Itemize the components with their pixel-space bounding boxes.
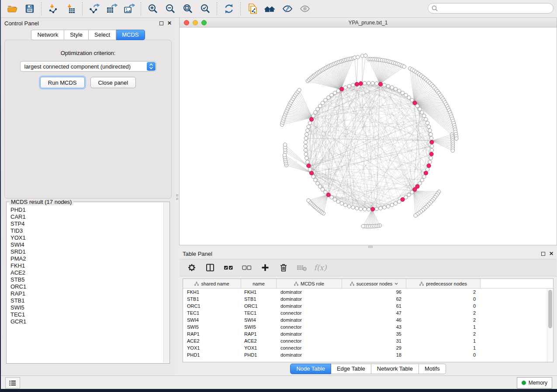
graph-node[interactable] bbox=[401, 91, 404, 95]
graph-node[interactable] bbox=[304, 148, 307, 152]
table-scrollbar[interactable] bbox=[547, 289, 553, 362]
graph-node[interactable] bbox=[318, 104, 322, 108]
clone-network-icon[interactable] bbox=[247, 3, 258, 14]
splitter-grip[interactable] bbox=[368, 246, 373, 248]
graph-mcds-node[interactable] bbox=[340, 87, 344, 91]
network-graph[interactable] bbox=[180, 28, 557, 245]
graph-node[interactable] bbox=[340, 202, 343, 205]
graph-node[interactable] bbox=[321, 101, 324, 105]
show-column-panel-icon[interactable] bbox=[205, 262, 215, 273]
column-header-predecessor-nodes[interactable]: predecessor nodes bbox=[406, 279, 481, 288]
table-row[interactable]: TEC1TEC1connector472 bbox=[183, 309, 553, 316]
zoom-out-icon[interactable] bbox=[165, 3, 176, 14]
graph-mcds-node[interactable] bbox=[401, 197, 405, 201]
graph-leaf-node[interactable] bbox=[402, 65, 406, 68]
table-options-gear-icon[interactable] bbox=[187, 262, 197, 273]
graph-node[interactable] bbox=[333, 91, 336, 95]
export-table-icon[interactable] bbox=[106, 3, 118, 14]
zoom-in-icon[interactable] bbox=[147, 3, 159, 14]
save-session-icon[interactable] bbox=[24, 3, 35, 14]
list-item[interactable]: FKH1 bbox=[10, 262, 163, 269]
graph-node[interactable] bbox=[314, 110, 317, 114]
graph-node[interactable] bbox=[430, 144, 433, 148]
graph-node[interactable] bbox=[429, 137, 433, 140]
graph-node[interactable] bbox=[394, 87, 397, 91]
graph-node[interactable] bbox=[363, 81, 367, 85]
graph-node[interactable] bbox=[379, 206, 382, 210]
graph-node[interactable] bbox=[394, 202, 397, 205]
deselect-all-icon[interactable] bbox=[242, 262, 252, 273]
graph-node[interactable] bbox=[308, 121, 311, 124]
graph-node[interactable] bbox=[347, 204, 351, 208]
refresh-icon[interactable] bbox=[223, 3, 235, 14]
graph-mcds-node[interactable] bbox=[424, 171, 428, 175]
graph-node[interactable] bbox=[415, 104, 419, 108]
graph-node[interactable] bbox=[390, 86, 394, 89]
graph-node[interactable] bbox=[327, 96, 330, 99]
graph-node[interactable] bbox=[398, 200, 401, 203]
graph-node[interactable] bbox=[390, 203, 394, 206]
graph-node[interactable] bbox=[398, 89, 401, 93]
select-all-icon[interactable] bbox=[223, 262, 234, 273]
graph-node[interactable] bbox=[429, 133, 432, 136]
table-row[interactable]: PHD1PHD1dominator180 bbox=[183, 351, 553, 358]
graph-node[interactable] bbox=[355, 206, 359, 210]
table-row[interactable]: ORC1ORC1dominator610 bbox=[183, 303, 553, 309]
graph-node[interactable] bbox=[324, 98, 327, 102]
graph-node[interactable] bbox=[321, 188, 324, 191]
graph-node[interactable] bbox=[306, 129, 309, 132]
graph-node[interactable] bbox=[426, 121, 429, 124]
import-table-icon[interactable] bbox=[65, 3, 76, 14]
graph-node[interactable] bbox=[304, 152, 308, 156]
export-image-icon[interactable] bbox=[124, 3, 135, 14]
graph-node[interactable] bbox=[420, 110, 424, 114]
graph-leaf-node[interactable] bbox=[307, 199, 310, 202]
graph-leaf-node[interactable] bbox=[298, 88, 301, 92]
search-input[interactable] bbox=[440, 5, 550, 12]
tab-style[interactable]: Style bbox=[64, 30, 89, 40]
list-item[interactable]: STB1 bbox=[10, 297, 163, 304]
show-all-icon[interactable] bbox=[299, 3, 311, 14]
graph-node[interactable] bbox=[422, 175, 426, 178]
column-header-name[interactable]: name bbox=[241, 279, 277, 288]
tab-motifs[interactable]: Motifs bbox=[419, 364, 446, 374]
criterion-dropdown[interactable]: largest connected component (undirected) bbox=[20, 61, 156, 72]
graph-node[interactable] bbox=[351, 83, 355, 87]
list-item[interactable]: SRD1 bbox=[10, 248, 163, 255]
graph-mcds-node[interactable] bbox=[355, 82, 359, 86]
graph-node[interactable] bbox=[383, 206, 386, 209]
graph-leaf-node[interactable] bbox=[455, 137, 458, 140]
import-network-icon[interactable] bbox=[48, 3, 59, 14]
export-network-icon[interactable] bbox=[89, 3, 100, 14]
graph-node[interactable] bbox=[316, 182, 319, 185]
graph-leaf-node[interactable] bbox=[451, 149, 454, 152]
graph-mcds-node[interactable] bbox=[430, 140, 434, 144]
task-history-button[interactable] bbox=[5, 377, 20, 389]
graph-node[interactable] bbox=[306, 160, 309, 164]
network-canvas[interactable] bbox=[180, 28, 557, 245]
graph-leaf-node[interactable] bbox=[361, 224, 365, 228]
table-row[interactable]: RAP1RAP1dominator352 bbox=[183, 330, 553, 337]
list-item[interactable]: GCR1 bbox=[10, 318, 163, 325]
graph-node[interactable] bbox=[330, 93, 333, 97]
graph-mcds-node[interactable] bbox=[379, 82, 383, 86]
first-neighbors-icon[interactable] bbox=[264, 3, 276, 14]
list-item[interactable]: STP4 bbox=[10, 220, 163, 227]
graph-node[interactable] bbox=[305, 156, 308, 160]
graph-mcds-node[interactable] bbox=[359, 82, 363, 86]
graph-node[interactable] bbox=[347, 84, 351, 88]
graph-node[interactable] bbox=[305, 133, 308, 136]
graph-node[interactable] bbox=[420, 178, 424, 182]
graph-node[interactable] bbox=[336, 200, 340, 203]
list-item[interactable]: CAR1 bbox=[10, 213, 163, 220]
close-panel-icon[interactable]: ✕ bbox=[167, 21, 172, 25]
table-row[interactable]: YOX1YOX1connector291 bbox=[183, 344, 553, 351]
tab-network-table[interactable]: Network Table bbox=[371, 364, 419, 374]
graph-node[interactable] bbox=[367, 81, 370, 85]
splitter-grip[interactable] bbox=[176, 194, 178, 203]
tab-node-table[interactable]: Node Table bbox=[290, 364, 331, 374]
graph-node[interactable] bbox=[314, 178, 317, 182]
graph-node[interactable] bbox=[383, 83, 386, 87]
memory-button[interactable]: Memory bbox=[517, 377, 552, 389]
delete-table-icon[interactable] bbox=[297, 262, 307, 273]
